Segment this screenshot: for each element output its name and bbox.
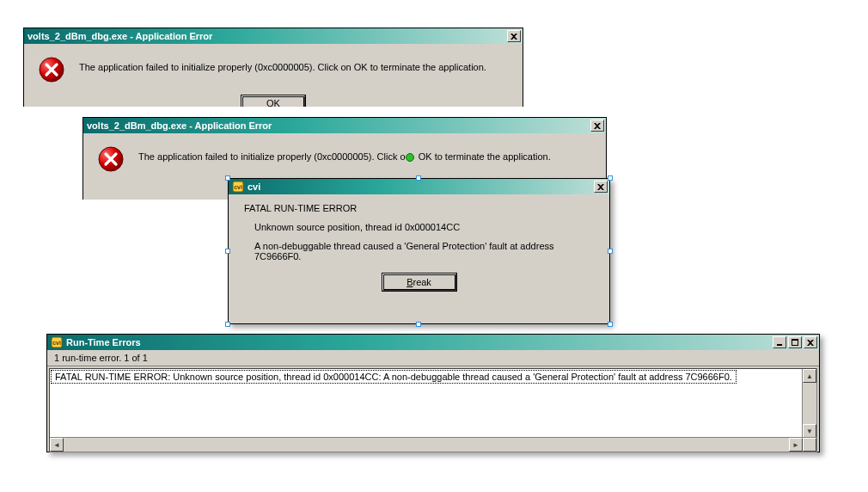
error-message: The application failed to initialize pro… xyxy=(138,145,551,163)
scroll-left-button[interactable]: ◄ xyxy=(50,438,64,452)
titlebar[interactable]: volts_2_dBm_dbg.exe - Application Error xyxy=(83,118,606,133)
maximize-button[interactable] xyxy=(788,336,802,348)
close-button[interactable] xyxy=(507,30,521,42)
window-title: Run-Time Errors xyxy=(66,337,771,347)
close-icon xyxy=(807,340,814,346)
scroll-down-button[interactable]: ▼ xyxy=(803,424,816,438)
window-title: cvi xyxy=(248,181,592,192)
horizontal-scrollbar[interactable]: ◄ ► xyxy=(50,437,816,452)
titlebar[interactable]: volts_2_dBm_dbg.exe - Application Error xyxy=(24,28,523,44)
break-button[interactable]: Break xyxy=(382,274,456,291)
runtime-errors-window: cvi Run-Time Errors 1 run-time error. 1 … xyxy=(46,334,820,452)
svg-text:cvi: cvi xyxy=(234,184,242,190)
close-icon xyxy=(510,34,517,40)
close-icon xyxy=(597,184,604,190)
selection-handle[interactable] xyxy=(416,175,421,181)
close-button[interactable] xyxy=(594,181,608,193)
cvi-icon: cvi xyxy=(51,336,63,348)
fatal-line-1: Unknown source position, thread id 0x000… xyxy=(254,222,594,232)
cvi-fatal-dialog: cvi cvi FATAL RUN-TIME ERROR Unknown sou… xyxy=(228,178,610,324)
svg-rect-6 xyxy=(777,344,782,346)
ok-button[interactable]: OK xyxy=(241,95,305,107)
selection-handle[interactable] xyxy=(225,175,230,181)
close-icon xyxy=(594,123,601,129)
window-title: volts_2_dBm_dbg.exe - Application Error xyxy=(87,120,589,131)
error-message: The application failed to initialize pro… xyxy=(79,56,486,73)
selection-handle[interactable] xyxy=(608,175,613,181)
titlebar[interactable]: cvi cvi xyxy=(229,179,609,194)
selection-handle[interactable] xyxy=(416,322,421,327)
close-button[interactable] xyxy=(590,120,604,132)
error-icon xyxy=(38,56,65,83)
error-list-item[interactable]: FATAL RUN-TIME ERROR: Unknown source pos… xyxy=(51,370,737,384)
titlebar[interactable]: cvi Run-Time Errors xyxy=(47,335,819,350)
status-line: 1 run-time error. 1 of 1 xyxy=(47,350,819,366)
error-list[interactable]: FATAL RUN-TIME ERROR: Unknown source pos… xyxy=(49,368,817,452)
vertical-scrollbar[interactable]: ▲ ▼ xyxy=(802,369,816,438)
scroll-corner xyxy=(803,438,816,452)
error-icon xyxy=(97,145,125,173)
minimize-button[interactable] xyxy=(773,336,786,348)
close-button[interactable] xyxy=(804,336,817,348)
selection-handle[interactable] xyxy=(225,322,230,327)
selection-handle[interactable] xyxy=(608,249,613,254)
minimize-icon xyxy=(776,339,783,346)
fatal-heading: FATAL RUN-TIME ERROR xyxy=(244,203,594,213)
scroll-right-button[interactable]: ► xyxy=(789,438,803,452)
maximize-icon xyxy=(792,339,798,346)
window-title: volts_2_dBm_dbg.exe - Application Error xyxy=(28,31,505,41)
selection-handle[interactable] xyxy=(608,322,613,327)
selection-handle[interactable] xyxy=(225,249,230,254)
svg-text:cvi: cvi xyxy=(52,340,61,346)
app-error-dialog-1: volts_2_dBm_dbg.exe - Application Error … xyxy=(23,28,523,107)
selection-handle-icon xyxy=(406,153,414,162)
scroll-up-button[interactable]: ▲ xyxy=(803,369,816,383)
fatal-line-2: A non-debuggable thread caused a 'Genera… xyxy=(254,241,581,261)
cvi-icon: cvi xyxy=(232,181,244,193)
svg-rect-8 xyxy=(792,339,798,341)
